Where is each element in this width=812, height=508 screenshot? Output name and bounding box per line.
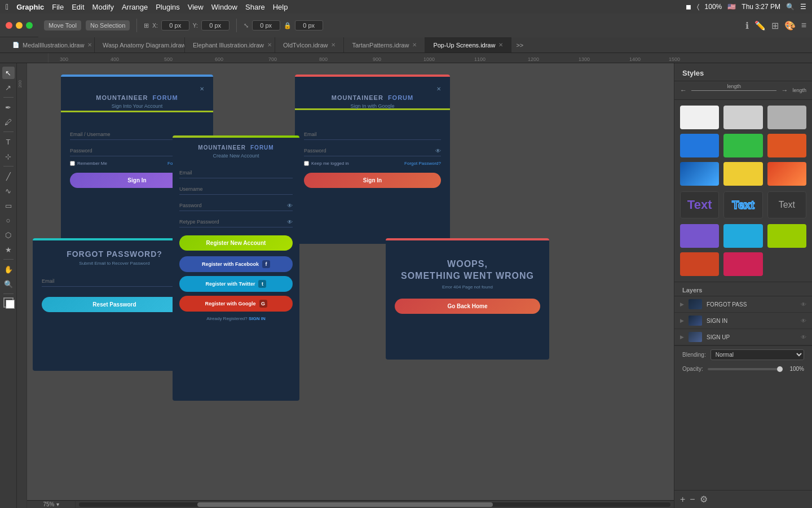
layer-signin-eye[interactable]: 👁 <box>801 318 806 324</box>
google-email-input[interactable] <box>304 129 441 140</box>
paint-icon[interactable]: 🎨 <box>784 20 796 31</box>
settings-icon[interactable]: ⚙ <box>700 494 708 505</box>
tab-oldtv[interactable]: OldTvIcon.idraw ✕ <box>275 37 344 53</box>
go-home-button[interactable]: Go Back Home <box>395 299 540 314</box>
x-input[interactable] <box>161 20 189 30</box>
pen-icon[interactable]: ✏️ <box>754 20 766 31</box>
layer-forgot-expand[interactable]: ▶ <box>680 301 684 307</box>
tab-medal-close[interactable]: ✕ <box>87 42 92 48</box>
twitter-button[interactable]: Register with Twitter t <box>179 276 293 292</box>
canvas-area[interactable]: ✕ MOUNTAINEER FORUM Sign Into Your Accou… <box>27 63 674 508</box>
pan-tool[interactable]: ✋ <box>2 263 15 275</box>
ellipse-tool[interactable]: ○ <box>2 214 15 226</box>
tabs-overflow[interactable]: >> <box>511 42 528 49</box>
tab-popup[interactable]: Pop-Up Screens.idraw ✕ <box>425 37 511 53</box>
lock-icon[interactable]: 🔒 <box>284 22 292 29</box>
text-swatch-purple[interactable]: Text <box>680 191 719 218</box>
google-password-input[interactable] <box>304 146 441 156</box>
layer-signup-eye[interactable]: 👁 <box>801 334 806 340</box>
maximize-button[interactable] <box>26 22 33 29</box>
google-forgot-link[interactable]: Forgot Password? <box>404 161 441 166</box>
crop-tool[interactable]: ⊹ <box>2 150 15 163</box>
grid-icon[interactable]: ⊞ <box>771 20 779 31</box>
horizontal-scrollbar[interactable] <box>76 500 674 508</box>
menu-arrange[interactable]: Arrange <box>122 3 148 11</box>
reset-button[interactable]: Reset Password <box>42 297 187 312</box>
poly-tool[interactable]: ⬡ <box>2 229 15 241</box>
cs-pink[interactable] <box>723 252 762 276</box>
tab-oldtv-close[interactable]: ✕ <box>331 42 336 48</box>
menu-window[interactable]: Window <box>211 3 237 11</box>
layer-forgot[interactable]: ▶ FORGOT PASS 👁 <box>674 296 812 313</box>
swatch-yellow[interactable] <box>723 162 762 186</box>
menu-graphic[interactable]: Graphic <box>16 3 44 11</box>
signin-link[interactable]: SIGN IN <box>249 316 266 321</box>
cs-cyan[interactable] <box>723 224 762 248</box>
opacity-thumb[interactable] <box>777 366 783 372</box>
select-tool[interactable]: ↖ <box>2 67 15 79</box>
forgot-email-input[interactable] <box>42 276 187 287</box>
google-register-button[interactable]: Register with Google G <box>179 296 293 312</box>
menu-plugins[interactable]: Plugins <box>156 3 180 11</box>
layers-icon[interactable]: ≡ <box>801 20 806 30</box>
layer-signin-expand[interactable]: ▶ <box>680 318 684 323</box>
menu-modify[interactable]: Modify <box>92 3 114 11</box>
star-tool[interactable]: ★ <box>2 243 15 256</box>
swatch-gray[interactable] <box>767 106 806 129</box>
google-eye-icon[interactable]: 👁 <box>435 147 441 154</box>
cs-lime[interactable] <box>767 224 806 248</box>
subselect-tool[interactable]: ↗ <box>2 81 15 94</box>
h-input[interactable] <box>295 20 323 30</box>
layer-signin[interactable]: ▶ SIGN IN 👁 <box>674 313 812 329</box>
swatch-blue-grad[interactable] <box>680 162 719 186</box>
layer-forgot-eye[interactable]: 👁 <box>801 301 806 308</box>
text-swatch-plain[interactable]: Text <box>767 191 806 218</box>
swatch-green[interactable] <box>723 134 762 157</box>
create-retype-input[interactable] <box>179 217 293 227</box>
layer-signup[interactable]: ▶ SIGN UP 👁 <box>674 329 812 345</box>
tab-wasp[interactable]: Wasp Anatomy Diagram.idraw ✕ <box>95 37 185 53</box>
menu-search-icon[interactable]: 🔍 <box>786 3 795 11</box>
menu-edit[interactable]: Edit <box>72 3 84 11</box>
zoom-dropdown-icon[interactable]: ▾ <box>56 501 59 507</box>
brush-tool[interactable]: 🖊 <box>2 116 15 128</box>
info-icon[interactable]: ℹ <box>745 20 749 31</box>
delete-style-button[interactable]: − <box>690 494 695 505</box>
w-input[interactable] <box>252 20 280 30</box>
text-tool[interactable]: T <box>2 135 15 148</box>
signin-remember-checkbox[interactable] <box>70 161 75 166</box>
google-remember-checkbox[interactable] <box>304 161 309 166</box>
rect-tool[interactable]: ▭ <box>2 199 15 212</box>
color-selector[interactable] <box>3 297 14 308</box>
create-email-input[interactable] <box>179 168 293 178</box>
add-style-button[interactable]: + <box>680 494 685 505</box>
layer-signup-expand[interactable]: ▶ <box>680 334 684 340</box>
y-input[interactable] <box>201 20 230 30</box>
facebook-button[interactable]: Register with Facebook f <box>179 256 293 272</box>
blend-select[interactable]: Normal <box>710 349 804 360</box>
swatch-blue[interactable] <box>680 134 719 157</box>
tab-elephant[interactable]: Elephant Illustration.idraw ✕ <box>185 37 275 53</box>
pen-tool[interactable]: ✒ <box>2 101 15 113</box>
menu-help[interactable]: Help <box>273 3 288 11</box>
swatch-orange[interactable] <box>767 134 806 157</box>
scrollbar-track[interactable] <box>79 502 670 507</box>
cs-red[interactable] <box>680 252 719 276</box>
minimize-button[interactable] <box>16 22 23 29</box>
google-signin-button[interactable]: Sign In <box>304 173 441 188</box>
curve-tool[interactable]: ∿ <box>2 185 15 197</box>
tool-selector[interactable]: Move Tool <box>44 20 81 30</box>
tab-popup-close[interactable]: ✕ <box>498 42 503 48</box>
cs-purple[interactable] <box>680 224 719 248</box>
tab-elephant-close[interactable]: ✕ <box>267 42 272 48</box>
zoom-tool[interactable]: 🔍 <box>2 278 15 290</box>
register-button[interactable]: Register New Account <box>179 235 293 251</box>
create-eye-icon2[interactable]: 👁 <box>287 218 293 225</box>
swatch-red-grad[interactable] <box>767 162 806 186</box>
tab-medal[interactable]: 📄 MedalIllustration.idraw ✕ <box>5 37 95 53</box>
menu-list-icon[interactable]: ☰ <box>800 3 806 11</box>
text-swatch-outline[interactable]: Text <box>723 191 762 218</box>
close-button[interactable] <box>6 22 12 29</box>
menu-file[interactable]: File <box>52 3 64 11</box>
menu-share[interactable]: Share <box>245 3 265 11</box>
